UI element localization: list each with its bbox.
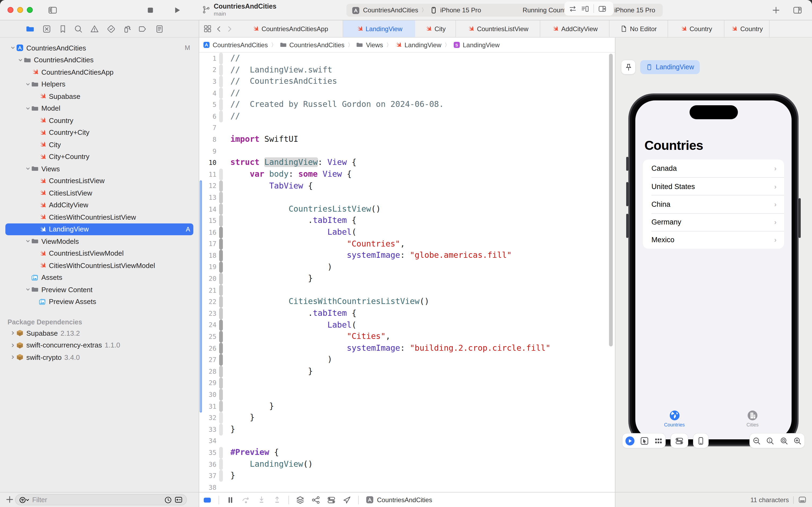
breakpoints-toggle-icon[interactable] (226, 496, 235, 504)
sidebar-item-city-country[interactable]: City+Country (5, 151, 193, 163)
navigator-debug-icon[interactable] (122, 25, 131, 33)
tab-addcityview[interactable]: AddCityView (540, 20, 610, 37)
preview-divider[interactable] (615, 38, 616, 507)
code-line[interactable]: 29 (199, 377, 615, 389)
code-line[interactable]: 6// (199, 111, 615, 122)
code-line[interactable]: 21 (199, 285, 615, 296)
code-line[interactable]: 14 CountriesListView() (199, 203, 615, 215)
stop-button[interactable] (146, 6, 155, 14)
code-line[interactable]: 27 ) (199, 354, 615, 366)
disclosure-chevron-icon[interactable] (25, 166, 31, 172)
country-row-china[interactable]: China› (651, 195, 784, 213)
scheme-name[interactable]: CountriesAndCities (363, 6, 418, 14)
disclosure-chevron-icon[interactable] (10, 331, 16, 336)
step-into-icon[interactable] (257, 496, 266, 504)
sidebar-item-countriesandcitiesapp[interactable]: CountriesAndCitiesApp (5, 66, 193, 78)
phone-tab-countries[interactable]: Countries (664, 410, 685, 428)
code-line[interactable]: 10struct LandingView: View { (199, 157, 615, 169)
code-line[interactable]: 28 } (199, 366, 615, 377)
code-line[interactable]: 3// CountriesAndCities (199, 76, 615, 87)
country-row-united-states[interactable]: United States› (651, 177, 784, 195)
sidebar-item-country-city[interactable]: Country+City (5, 126, 193, 138)
run-destination[interactable]: iPhone 15 Pro (440, 6, 481, 14)
tab-no-editor[interactable]: No Editor (610, 20, 668, 37)
sidebar-item-viewmodels[interactable]: ViewModels (5, 235, 193, 247)
toggle-navigator-icon[interactable] (48, 6, 57, 14)
pin-preview-button[interactable] (621, 60, 635, 74)
filter-changes-icon[interactable] (175, 496, 183, 504)
zoom-in-icon[interactable] (794, 436, 802, 445)
country-row-germany[interactable]: Germany› (651, 213, 784, 231)
code-line[interactable]: 30 (199, 389, 615, 400)
navigator-project-icon[interactable] (26, 25, 35, 33)
package-item-swift-crypto[interactable]: swift-crypto3.4.0 (5, 351, 193, 363)
code-line[interactable]: 31 } (199, 401, 615, 412)
code-line[interactable]: 9 (199, 146, 615, 157)
run-button[interactable] (173, 6, 181, 14)
disclosure-chevron-icon[interactable] (10, 45, 16, 51)
code-line[interactable]: 7 (199, 122, 615, 134)
tab-city[interactable]: City (415, 20, 456, 37)
code-line[interactable]: 19 ) (199, 261, 615, 273)
add-editor-icon[interactable] (598, 5, 606, 13)
code-editor[interactable]: 1//2// LandingView.swift3// CountriesAnd… (199, 53, 615, 492)
sidebar-item-countrieslistviewmodel[interactable]: CountriesListViewModel (5, 247, 193, 260)
simulate-location-icon[interactable] (343, 496, 351, 504)
toggle-inspector-icon[interactable] (793, 6, 802, 14)
tab-countrieslistview[interactable]: CountriesListView (456, 20, 540, 37)
code-line[interactable]: 5// Created by Russell Gordon on 2024-06… (199, 99, 615, 111)
sidebar-item-landingview[interactable]: LandingViewA (5, 223, 193, 235)
zoom-out-icon[interactable] (752, 436, 761, 445)
navigator-find-icon[interactable] (74, 25, 83, 33)
code-line[interactable]: 36 LandingView() (199, 459, 615, 470)
sidebar-item-helpers[interactable]: Helpers (5, 78, 193, 90)
code-line[interactable]: 26 systemImage: "building.2.crop.circle.… (199, 343, 615, 354)
sidebar-item-countrieslistview[interactable]: CountriesListView (5, 175, 193, 187)
tab-country[interactable]: Country (668, 20, 724, 37)
disclosure-chevron-icon[interactable] (25, 239, 31, 244)
debug-area-toggle-icon[interactable] (203, 496, 212, 504)
code-line[interactable]: 8import SwiftUI (199, 134, 615, 145)
sidebar-item-citieslistview[interactable]: CitiesListView (5, 187, 193, 199)
code-line[interactable]: 34 (199, 435, 615, 447)
navigator-bookmarks-icon[interactable] (59, 25, 67, 33)
live-preview-icon[interactable] (625, 436, 635, 446)
editor-options-icon[interactable] (798, 496, 807, 504)
disclosure-chevron-icon[interactable] (10, 343, 16, 348)
recent-files-icon[interactable] (164, 496, 172, 504)
related-items-icon[interactable] (204, 25, 212, 33)
code-line[interactable]: 18 systemImage: "globe.americas.fill" (199, 250, 615, 261)
navigator-source-control-icon[interactable] (43, 25, 51, 33)
preview-target-badge[interactable]: LandingView (640, 60, 700, 74)
code-line[interactable]: 20 } (199, 273, 615, 285)
breadcrumb-item[interactable]: CountriesAndCities (289, 41, 344, 49)
scheme-selector[interactable]: CountriesAndCities 〉 iPhone 15 Pro Runni… (346, 4, 663, 17)
code-line[interactable]: 1// (199, 53, 615, 64)
running-process[interactable]: CountriesAndCities (366, 496, 432, 504)
tab-landingview[interactable]: LandingView (343, 20, 415, 37)
scheme-project-info[interactable]: CountriesAndCities main (202, 3, 276, 17)
sidebar-item-supabase[interactable]: Supabase (5, 90, 193, 102)
zoom-fit-icon[interactable] (780, 436, 789, 445)
variants-icon[interactable] (654, 436, 663, 445)
navigator-breakpoints-icon[interactable] (138, 25, 147, 33)
navigator-issues-icon[interactable] (90, 25, 99, 33)
code-line[interactable]: 15 .tabItem { (199, 215, 615, 227)
selectable-preview-icon[interactable] (640, 436, 649, 445)
sidebar-item-countriesandcities[interactable]: CountriesAndCities (5, 54, 193, 66)
sidebar-item-addcityview[interactable]: AddCityView (5, 199, 193, 211)
disclosure-chevron-icon[interactable] (17, 57, 23, 63)
code-line[interactable]: 12 TabView { (199, 180, 615, 192)
memory-graph-icon[interactable] (311, 496, 320, 504)
view-hierarchy-icon[interactable] (296, 496, 304, 504)
close-button[interactable] (7, 7, 13, 13)
disclosure-chevron-icon[interactable] (10, 355, 16, 360)
code-line[interactable]: 22 CitiesWithCountriesListView() (199, 296, 615, 308)
code-line[interactable]: 33} (199, 424, 615, 435)
sidebar-item-preview-content[interactable]: Preview Content (5, 284, 193, 296)
go-back-icon[interactable] (215, 25, 222, 33)
navigator-tests-icon[interactable] (107, 25, 115, 33)
sidebar-item-citieswithcountrieslistview[interactable]: CitiesWithCountriesListView (5, 211, 193, 223)
breadcrumb-item[interactable]: LandingView (463, 41, 500, 49)
environment-overrides-icon[interactable] (327, 496, 336, 504)
